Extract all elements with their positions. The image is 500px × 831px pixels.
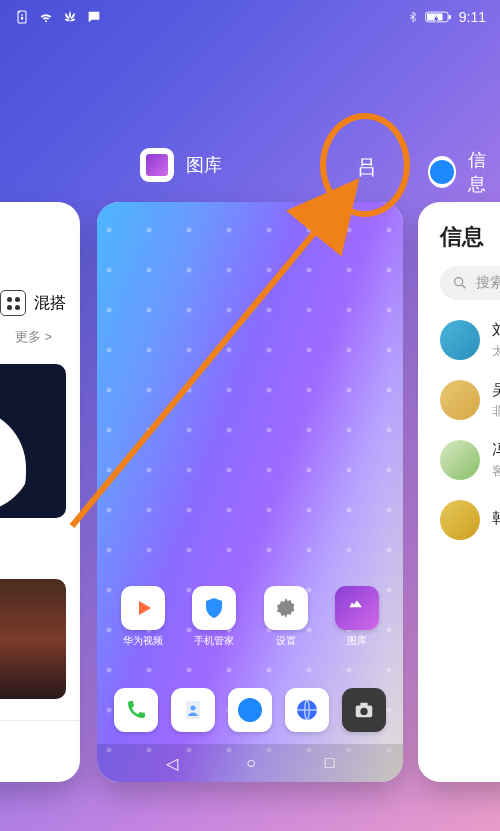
battery-icon [425, 10, 453, 24]
gallery-icon [335, 586, 379, 630]
lock-app-button[interactable]: 吕 [348, 148, 386, 186]
phone-icon [114, 688, 158, 732]
message-row[interactable]: 韩晓 [418, 490, 500, 550]
message-row[interactable]: 刘文太好了 [418, 310, 500, 370]
avatar [440, 320, 480, 360]
recent-apps-cards: 混搭 更多 > 16:42 叫的狗狗 费 36 我的 [0, 202, 500, 782]
lock-glyph: 吕 [357, 154, 377, 181]
gallery-app-icon [140, 148, 174, 182]
bluetooth-icon [407, 9, 419, 25]
dock-contacts[interactable] [165, 688, 221, 732]
grid-icon [0, 290, 26, 316]
theme-caption: 叫的狗狗 [0, 518, 66, 546]
app-phone-manager[interactable]: 手机管家 [186, 586, 242, 648]
app-header-label: 图库 [186, 153, 222, 177]
avatar [440, 440, 480, 480]
app-huawei-video[interactable]: 华为视频 [115, 586, 171, 648]
mixmatch-category[interactable]: 混搭 [0, 280, 66, 322]
dock-camera[interactable] [336, 688, 392, 732]
search-placeholder: 搜索信息 [476, 274, 500, 292]
dock-phone[interactable] [108, 688, 164, 732]
messages-list: 刘文太好了 吴东非常棒 冯浩客气了 韩晓 [418, 306, 500, 550]
app-headers: 图库 吕 信息 [0, 148, 500, 190]
theme-clock: 16:42 [0, 364, 66, 407]
app-label: 华为视频 [123, 634, 163, 648]
recent-card-home[interactable]: 华为视频 手机管家 设置 图库 [97, 202, 403, 782]
theme-subtitle: 费 [0, 546, 66, 563]
message-row[interactable]: 吴东非常棒 [418, 370, 500, 430]
messages-title: 信息 [418, 202, 500, 262]
globe-icon [285, 688, 329, 732]
camera-icon [342, 688, 386, 732]
contacts-icon [171, 688, 215, 732]
gear-icon [264, 586, 308, 630]
play-icon [121, 586, 165, 630]
wifi-icon [38, 9, 54, 25]
no-sim-icon [14, 9, 30, 25]
message-preview: 客气了 [492, 463, 500, 480]
recent-apps-screen: 9:11 图库 吕 信息 混搭 [0, 0, 500, 831]
app-dock [97, 688, 403, 732]
contact-name: 吴东 [492, 381, 500, 400]
contact-name: 刘文 [492, 321, 500, 340]
svg-rect-12 [361, 703, 368, 707]
theme-preview-dog[interactable]: 16:42 [0, 364, 66, 518]
message-preview: 太好了 [492, 343, 500, 360]
app-header-gallery[interactable]: 图库 [140, 148, 222, 182]
app-label: 手机管家 [194, 634, 234, 648]
dock-messages[interactable] [222, 688, 278, 732]
nav-home[interactable]: ○ [246, 754, 256, 772]
status-bar: 9:11 [0, 0, 500, 34]
nav-recent[interactable]: □ [325, 754, 335, 772]
status-left [14, 9, 102, 25]
app-row-1: 华为视频 手机管家 设置 图库 [97, 586, 403, 648]
avatar [440, 380, 480, 420]
search-icon [452, 275, 468, 291]
avatar [440, 500, 480, 540]
dock-browser[interactable] [279, 688, 335, 732]
message-row[interactable]: 冯浩客气了 [418, 430, 500, 490]
contact-name: 冯浩 [492, 441, 500, 460]
recent-card-themes[interactable]: 混搭 更多 > 16:42 叫的狗狗 费 36 我的 [0, 202, 80, 782]
messages-search[interactable]: 搜索信息 [440, 266, 500, 300]
svg-point-1 [21, 18, 23, 20]
huawei-icon [62, 9, 78, 25]
bottom-tab-bar: 我的 [0, 720, 80, 782]
theme-preview-canyon[interactable]: 36 [0, 579, 66, 699]
status-time: 9:11 [459, 9, 486, 25]
message-preview: 非常棒 [492, 403, 500, 420]
contact-name: 韩晓 [492, 509, 500, 528]
tab-mine[interactable]: 我的 [0, 721, 80, 782]
messages-app-icon [428, 156, 456, 188]
android-nav-bar: ◁ ○ □ [97, 744, 403, 782]
app-gallery[interactable]: 图库 [329, 586, 385, 648]
messages-icon [228, 688, 272, 732]
app-label: 图库 [347, 634, 367, 648]
chat-bubble-icon [86, 9, 102, 25]
svg-point-13 [455, 278, 463, 286]
recent-card-messages[interactable]: 信息 搜索信息 刘文太好了 吴东非常棒 冯浩客气了 [418, 202, 500, 782]
app-settings[interactable]: 设置 [258, 586, 314, 648]
svg-rect-3 [449, 15, 451, 19]
app-header-label: 信息 [468, 148, 500, 196]
shield-icon [192, 586, 236, 630]
nav-back[interactable]: ◁ [166, 754, 178, 773]
status-right: 9:11 [407, 9, 486, 25]
svg-point-8 [190, 706, 195, 711]
more-link[interactable]: 更多 > [0, 322, 66, 356]
dog-illustration [0, 408, 26, 518]
app-header-messages[interactable]: 信息 [428, 148, 500, 196]
app-label: 设置 [276, 634, 296, 648]
svg-point-11 [361, 708, 368, 715]
category-label: 混搭 [34, 293, 66, 314]
